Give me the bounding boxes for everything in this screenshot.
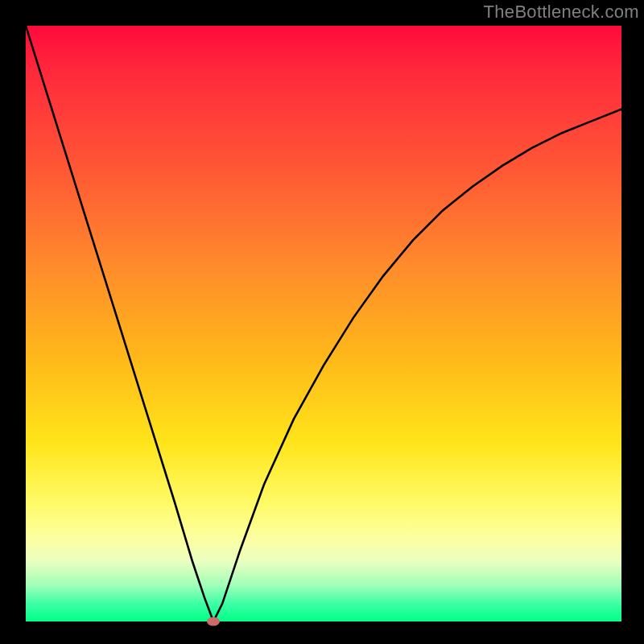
bottleneck-curve (26, 26, 621, 621)
chart-frame: TheBottleneck.com (0, 0, 644, 644)
attribution-text: TheBottleneck.com (484, 2, 639, 23)
curve-svg (26, 26, 621, 621)
plot-area (26, 26, 621, 621)
optimum-marker (207, 617, 220, 626)
